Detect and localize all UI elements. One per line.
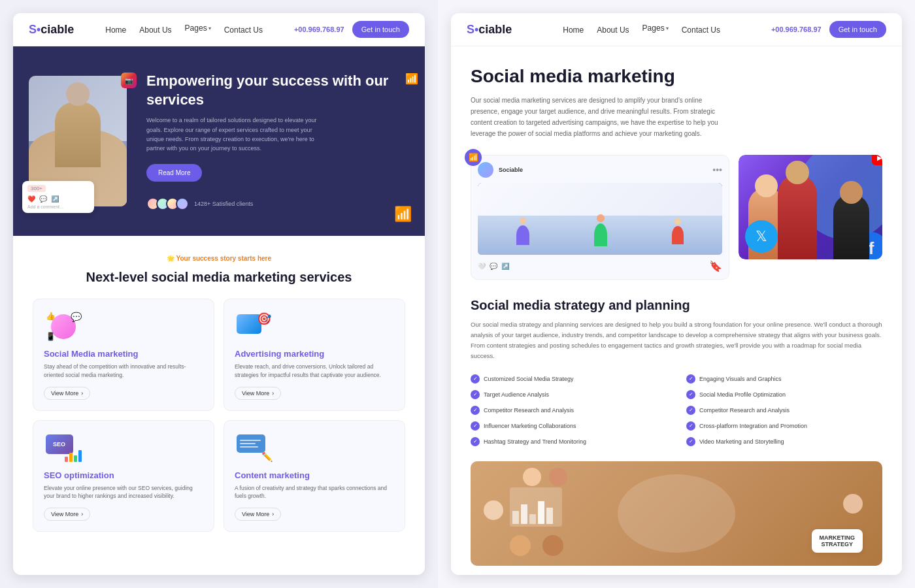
service-card-ads: 🎯 Advertising marketing Elevate reach, a… — [224, 299, 405, 411]
service-icon-social: 💬 📱 👍 — [44, 310, 83, 342]
right-logo: S•ciable — [467, 23, 512, 37]
check-icon-10: ✓ — [686, 437, 695, 446]
service-desc-seo: Elevate your online presence with our SE… — [44, 484, 203, 501]
comment-icon[interactable]: 💬 — [490, 263, 497, 270]
page-main-title: Social media marketing — [471, 66, 882, 87]
left-cta-button[interactable]: Get in touch — [352, 21, 409, 38]
left-browser-window: S•ciable Home About Us Pages ▾ Contact U… — [13, 13, 425, 575]
right-phone: +00.969.768.97 — [771, 25, 822, 33]
feature-item-8: ✓ Cross-platform Integration and Promoti… — [686, 419, 882, 433]
right-chevron-down-icon: ▾ — [666, 25, 669, 31]
service-icon-seo: SEO — [44, 431, 83, 464]
check-icon-7: ✓ — [471, 421, 480, 431]
wifi-icon-bottom-left: 📶 — [394, 206, 412, 223]
feature-item-7: ✓ Influencer Marketing Collaborations — [471, 419, 667, 433]
service-icon-content: ✏️ — [235, 431, 274, 464]
wifi-badge-icon: 📶 — [465, 149, 482, 166]
share-icon[interactable]: ↗️ — [501, 263, 509, 270]
right-nav-links: Home About Us Pages ▾ Contact Us — [563, 24, 720, 35]
like-icon[interactable]: 🤍 — [478, 263, 486, 270]
right-nav-pages[interactable]: Pages ▾ — [642, 24, 669, 33]
right-panel: S•ciable Home About Us Pages ▾ Contact U… — [438, 0, 915, 588]
services-grid: 💬 📱 👍 Social Media marketing Stay ahead … — [33, 299, 405, 532]
strategy-label: MARKETINGSTRATEGY — [812, 529, 863, 553]
check-icon-1: ✓ — [471, 374, 480, 384]
view-more-social[interactable]: View More › — [44, 387, 90, 400]
check-icon-4: ✓ — [686, 390, 695, 399]
services-section: 🌟 Your success story starts here Next-le… — [13, 236, 425, 547]
hero-image-container: 📷 300+ ❤️ 💬 ↗️ Add a comment... — [29, 76, 133, 206]
service-name-ads: Advertising marketing — [235, 349, 394, 359]
service-card-seo: SEO SEO optimization Elevate your online… — [33, 420, 214, 532]
read-more-button[interactable]: Read More — [146, 164, 202, 182]
post-author: Sociable — [499, 167, 523, 173]
social-post-card: 📶 Sociable ••• — [471, 155, 729, 280]
feature-item-3: ✓ Target Audience Analysis — [471, 388, 667, 401]
feature-item-5: ✓ Competitor Research and Analysis — [471, 404, 667, 417]
view-more-seo[interactable]: View More › — [44, 508, 90, 521]
check-icon-3: ✓ — [471, 390, 480, 399]
strategy-image: MARKETINGSTRATEGY — [471, 461, 882, 566]
left-nav-right: +00.969.768.97 Get in touch — [294, 21, 409, 38]
more-options-icon[interactable]: ••• — [712, 165, 722, 175]
service-icon-ads: 🎯 — [235, 310, 274, 342]
right-browser-window: S•ciable Home About Us Pages ▾ Contact U… — [451, 13, 902, 575]
satisfied-clients: 1428+ Satisfied clients — [146, 197, 409, 210]
wifi-icon-top-right: 📶 — [405, 73, 418, 85]
nav-about-left[interactable]: About Us — [139, 25, 171, 35]
post-image — [478, 183, 722, 255]
hero-content: Empowering your success with our service… — [146, 72, 409, 210]
services-tag: 🌟 Your success story starts here — [167, 255, 271, 262]
hero-team-image: ▶ f 𝕏 — [739, 155, 882, 259]
services-title: Next-level social media marketing servic… — [33, 269, 405, 286]
check-icon-6: ✓ — [686, 406, 695, 415]
client-avatar-4 — [176, 197, 189, 210]
feature-item-6: ✓ Competitor Research and Analysis — [686, 404, 882, 417]
feature-item-4: ✓ Social Media Profile Optimization — [686, 388, 882, 401]
bookmark-icon[interactable]: 🔖 — [709, 260, 722, 272]
social-engagement-card: 300+ ❤️ 💬 ↗️ Add a comment... — [22, 181, 94, 213]
client-avatars — [146, 197, 189, 210]
service-card-social: 💬 📱 👍 Social Media marketing Stay ahead … — [33, 299, 214, 411]
check-icon-2: ✓ — [686, 374, 695, 384]
right-nav-about[interactable]: About Us — [597, 25, 629, 35]
left-nav: S•ciable Home About Us Pages ▾ Contact U… — [13, 13, 425, 46]
page-description: Our social media marketing services are … — [471, 95, 719, 139]
nav-contact-left[interactable]: Contact Us — [224, 25, 263, 35]
service-card-content: ✏️ Content marketing A fusion of creativ… — [224, 420, 405, 532]
nav-home-left[interactable]: Home — [105, 25, 126, 35]
feature-item-10: ✓ Video Marketing and Storytelling — [686, 435, 882, 448]
twitter-badge: 𝕏 — [745, 220, 778, 253]
hero-images-row: 📶 Sociable ••• — [471, 155, 882, 280]
hero-description: Welcome to a realm of tailored solutions… — [146, 116, 329, 154]
right-content: Social media marketing Our social media … — [451, 46, 902, 575]
strategy-section: Social media strategy and planning Our s… — [471, 298, 882, 566]
left-nav-links: Home About Us Pages ▾ Contact Us — [105, 24, 263, 35]
chevron-down-icon: ▾ — [208, 25, 211, 31]
check-icon-8: ✓ — [686, 421, 695, 431]
nav-pages-left[interactable]: Pages ▾ — [185, 24, 211, 33]
service-desc-ads: Elevate reach, and drive conversions. Un… — [235, 363, 394, 380]
view-more-content[interactable]: View More › — [235, 508, 281, 521]
view-more-ads[interactable]: View More › — [235, 387, 281, 400]
feature-item-9: ✓ Hashtag Strategy and Trend Monitoring — [471, 435, 667, 448]
left-hero: 📷 300+ ❤️ 💬 ↗️ Add a comment... Empoweri… — [13, 46, 425, 236]
feature-item-2: ✓ Engaging Visuals and Graphics — [686, 372, 882, 385]
service-desc-content: A fusion of creativity and strategy that… — [235, 484, 394, 501]
strategy-desc: Our social media strategy and planning s… — [471, 319, 882, 362]
hero-title: Empowering your success with our service… — [146, 72, 409, 109]
service-desc-social: Stay ahead of the competition with innov… — [44, 363, 203, 380]
left-panel: S•ciable Home About Us Pages ▾ Contact U… — [0, 0, 438, 588]
post-footer: 🤍 💬 ↗️ 🔖 — [478, 260, 722, 272]
right-nav-contact[interactable]: Contact Us — [682, 25, 720, 35]
check-icon-9: ✓ — [471, 437, 480, 446]
feature-item-1: ✓ Customized Social Media Strategy — [471, 372, 667, 385]
right-nav-home[interactable]: Home — [563, 25, 584, 35]
right-cta-button[interactable]: Get in touch — [829, 21, 886, 38]
clients-count: 1428+ Satisfied clients — [194, 201, 253, 207]
check-icon-5: ✓ — [471, 406, 480, 415]
instagram-badge: 📷 — [121, 73, 137, 88]
right-nav-right: +00.969.768.97 Get in touch — [771, 21, 886, 38]
social-card-header: Sociable ••• — [478, 162, 722, 178]
right-nav: S•ciable Home About Us Pages ▾ Contact U… — [451, 13, 902, 46]
